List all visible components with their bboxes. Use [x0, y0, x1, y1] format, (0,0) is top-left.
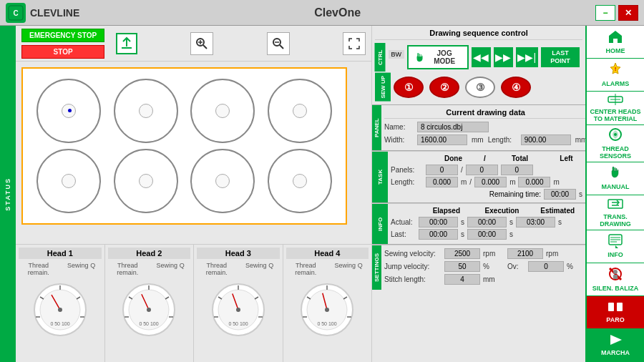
length-label: Length:	[488, 136, 517, 144]
svg-point-48	[325, 308, 329, 312]
info-header: Elapsed Execution Estimated	[391, 207, 582, 215]
stop-button[interactable]: STOP	[21, 45, 104, 59]
minimize-button[interactable]: −	[595, 5, 615, 21]
ctrl-controls: BW JOG MODE ◀◀ ▶▶ ▶▶| LAST POINT	[386, 43, 583, 72]
panels-left: 0	[501, 165, 533, 175]
info-content: Elapsed Execution Estimated Actual: 00:0…	[388, 204, 585, 244]
sewing-velocity-unit: rpm	[483, 250, 504, 258]
task-section: TASK Done / Total Left Panels: 0 / 0	[372, 151, 585, 202]
drawing-seq-title: Drawing sequence control	[375, 29, 582, 40]
svg-rect-67	[608, 303, 614, 311]
paro-button[interactable]: PARO	[587, 296, 644, 329]
sewing-velocity-value: 2500	[444, 248, 480, 259]
actual-estimated-unit: s	[558, 218, 562, 226]
actual-row: Actual: 00:00 s 00:00 s 03:00 s	[391, 217, 582, 228]
rewind-button[interactable]: ◀◀	[472, 47, 491, 67]
svg-text:!: !	[615, 66, 617, 72]
jump-velocity-row: Jump velocity: 50 % Ov: 0 %	[384, 261, 588, 272]
title-bar: C CLEVLINE ClevOne − ✕	[0, 0, 644, 26]
ov-label: Ov:	[507, 263, 525, 270]
forward-button[interactable]: ▶▶	[494, 47, 513, 67]
bw-label: BW	[389, 50, 405, 59]
last-label: Last:	[391, 230, 416, 238]
svg-point-18	[58, 308, 62, 312]
marcha-label: MARCHA	[601, 350, 630, 357]
current-drawing-title: Current drawing data	[384, 108, 587, 119]
sewing-velocity-row: Sewing velocity: 2500 rpm 2100 rpm	[384, 248, 588, 259]
task-side-tab: TASK	[372, 152, 388, 202]
dimensions-row: Width: 1600.00 mm Length: 900.00 mm	[384, 134, 587, 145]
remaining-unit: s	[579, 190, 582, 198]
task-header: Done / Total Left	[391, 155, 582, 162]
marcha-button[interactable]: MARCHA	[587, 329, 644, 362]
jog-mode-label: JOG MODE	[427, 49, 462, 65]
length-total: 0.000	[474, 177, 507, 187]
marcha-icon	[608, 333, 623, 348]
head-3-panel: Head 3 Thread remain. Sewing Q	[194, 245, 283, 362]
sew-up-row: SEW UP ① ② ③ ④	[375, 73, 582, 102]
toolbar: EMERGENCY STOP STOP	[16, 26, 371, 62]
seq-btn-1[interactable]: ①	[394, 77, 424, 98]
jog-mode-button[interactable]: JOG MODE	[407, 45, 469, 69]
manual-button[interactable]: MANUAL	[587, 162, 644, 195]
stitch-length-value: 4	[444, 274, 480, 285]
alarms-button[interactable]: ! ALARMS	[587, 59, 644, 92]
app-name: CLEVLINE	[30, 7, 79, 19]
main-content: STATUS EMERGENCY STOP STOP	[0, 26, 644, 362]
seq-btn-2[interactable]: ②	[429, 77, 459, 98]
seq-btn-4[interactable]: ④	[501, 77, 531, 98]
thread-sensors-button[interactable]: THREAD SENSORS	[587, 125, 644, 162]
head-1-gauge-container: 0 50 100	[19, 279, 102, 340]
fit-screen-button[interactable]	[343, 32, 366, 55]
upload-button[interactable]	[116, 33, 137, 54]
seq-btn-3[interactable]: ③	[465, 77, 495, 98]
remaining-row: Remaining time: 00:00 s	[391, 189, 582, 200]
thread-sensors-icon	[608, 127, 623, 145]
head-4-gauge-container: 0 50 100	[286, 279, 369, 340]
alarms-label: ALARMS	[602, 81, 630, 88]
total-header: Total	[504, 155, 536, 162]
emergency-stop-button[interactable]: EMERGENCY STOP	[21, 29, 104, 42]
window-controls: − ✕	[595, 5, 638, 21]
head-3-title: Head 3	[197, 248, 280, 259]
heads-section: Head 1 Thread remain. Sewing Q	[16, 244, 371, 362]
fast-forward-button[interactable]: ▶▶|	[516, 47, 538, 67]
zoom-out-button[interactable]	[267, 32, 290, 55]
jump-velocity-label: Jump velocity:	[384, 263, 441, 270]
sew-up-controls: ① ② ③ ④	[391, 73, 582, 102]
trans-drawing-button[interactable]: TRANS. DRAWING	[587, 195, 644, 230]
ctrl-row: CTRL BW JOG MODE ◀◀ ▶▶ ▶▶| LAST POINT	[375, 43, 582, 72]
trans-drawing-icon	[608, 197, 623, 212]
head-2-gauge: 0 50 100	[120, 281, 177, 338]
head-3-gauge: 0 50 100	[210, 281, 267, 338]
head-2-labels: Thread remain. Sewing Q	[108, 262, 191, 276]
last-point-button[interactable]: LAST POINT	[541, 47, 580, 67]
panels-done: 0	[426, 165, 458, 175]
settings-tab-row: SETTINGS Sewing velocity: 2500 rpm 2100 …	[372, 245, 585, 290]
zoom-in-button[interactable]	[190, 32, 213, 55]
status-sidebar: STATUS	[0, 26, 16, 362]
silen-baliza-button[interactable]: SILEN. BALIZA	[587, 263, 644, 296]
settings-section: SETTINGS Sewing velocity: 2500 rpm 2100 …	[372, 245, 585, 290]
actual-label: Actual:	[391, 218, 416, 226]
center-heads-button[interactable]: CENTER HEADS TO MATERIAL	[587, 92, 644, 125]
silen-baliza-icon	[608, 266, 623, 284]
info-sidebar-button[interactable]: INFO	[587, 230, 644, 263]
task-row: TASK Done / Total Left Panels: 0 / 0	[372, 152, 585, 202]
actual-elapsed-unit: s	[461, 218, 464, 226]
close-button[interactable]: ✕	[618, 5, 638, 21]
home-button[interactable]: HOME	[587, 26, 644, 59]
panels-label: Panels:	[391, 166, 423, 174]
length-left: 0.000	[518, 177, 550, 187]
head-2-gauge-container: 0 50 100	[108, 279, 191, 340]
name-row: Name: 8 circulos.dbj	[384, 122, 587, 132]
elapsed-header: Elapsed	[421, 207, 472, 215]
task-content: Done / Total Left Panels: 0 / 0 0 Length…	[388, 152, 585, 202]
hand-icon	[414, 52, 424, 63]
head-4-panel: Head 4 Thread remain. Sewing Q	[283, 245, 372, 362]
svg-point-38	[236, 308, 240, 312]
last-elapsed: 00:00	[419, 229, 458, 240]
svg-rect-56	[608, 200, 623, 208]
head-1-gauge: 0 50 100	[31, 281, 89, 338]
sewing-velocity-unit2: rpm	[546, 250, 567, 258]
